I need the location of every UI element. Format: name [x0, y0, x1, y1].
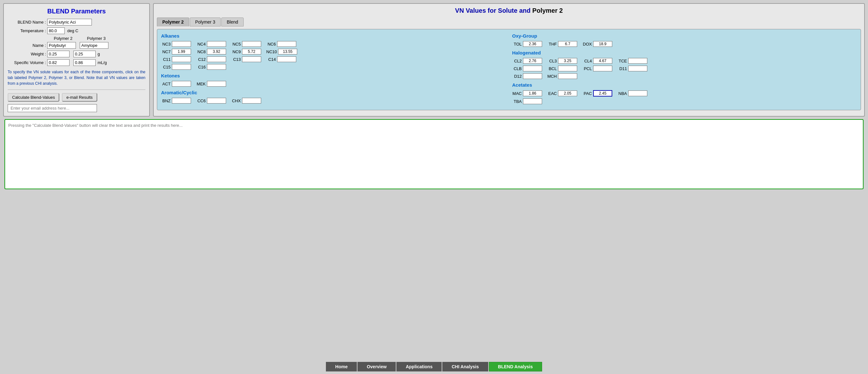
d12-label: D12: [512, 74, 522, 79]
cl4-input[interactable]: [593, 58, 612, 64]
aromatic-row1: BNZ CC6 CHX: [161, 98, 506, 104]
act-input[interactable]: [172, 81, 191, 87]
polymer3-specvol-input[interactable]: [73, 59, 96, 66]
nc7-label: NC7: [161, 49, 170, 54]
mac-input[interactable]: [523, 91, 542, 96]
c15-input[interactable]: [172, 64, 191, 70]
tab-polymer2[interactable]: Polymer 2: [157, 18, 189, 27]
tabs-container: Polymer 2 Polymer 3 Blend: [157, 18, 861, 27]
polymer3-name-input[interactable]: [80, 42, 108, 49]
c13-label: C13: [231, 57, 241, 62]
cl3-input[interactable]: [558, 58, 577, 64]
nc9-label: NC9: [231, 49, 241, 54]
blend-name-label: BLEND Name :: [8, 20, 46, 25]
nc6-input[interactable]: [277, 41, 296, 47]
cl2-input[interactable]: [523, 58, 542, 64]
temperature-input[interactable]: [47, 27, 65, 34]
tab-polymer3[interactable]: Polymer 3: [190, 18, 221, 27]
cc6-input[interactable]: [207, 98, 226, 104]
alkanes-row2: NC7 NC8 NC9 NC10: [161, 49, 506, 55]
clb-label: CLB: [512, 66, 522, 71]
chx-input[interactable]: [242, 98, 261, 104]
mch-input[interactable]: [558, 73, 577, 79]
halo-row1: CL2 CL3 CL4 TCE: [512, 58, 857, 64]
pcl-input[interactable]: [593, 66, 612, 71]
c12-label: C12: [196, 57, 206, 62]
acetates-row1: MAC EAC PAC NBA: [512, 90, 857, 97]
chx-label: CHX: [231, 98, 241, 103]
alkanes-row3: C11 C12 C13 C14: [161, 57, 506, 62]
c11-input[interactable]: [172, 57, 191, 62]
nc5-input[interactable]: [242, 41, 261, 47]
tce-input[interactable]: [628, 58, 647, 64]
d12-input[interactable]: [523, 73, 542, 79]
c14-input[interactable]: [277, 57, 296, 62]
nav-home[interactable]: Home: [326, 362, 357, 371]
nav-chi-analysis[interactable]: CHI Analysis: [442, 362, 488, 371]
nc4-input[interactable]: [207, 41, 226, 47]
polymer2-name-input[interactable]: [47, 42, 76, 49]
pac-label: PAC: [582, 91, 592, 96]
halogenated-title: Halogenated: [512, 50, 857, 56]
c15-label: C15: [161, 65, 170, 69]
mac-label: MAC: [512, 91, 522, 96]
nc10-label: NC10: [266, 49, 277, 54]
weight-unit: g: [98, 52, 100, 57]
eac-input[interactable]: [558, 91, 577, 96]
calculate-button[interactable]: Calculate Blend-Values: [8, 93, 59, 102]
polymer3-weight-input[interactable]: [73, 50, 96, 57]
nc3-input[interactable]: [172, 41, 191, 47]
tol-input[interactable]: [523, 41, 542, 47]
dox-input[interactable]: [593, 41, 612, 47]
email-input[interactable]: [8, 104, 97, 112]
polymer2-specvol-input[interactable]: [47, 59, 69, 66]
nav-overview[interactable]: Overview: [358, 362, 396, 371]
nav-blend-analysis[interactable]: BLEND Analysis: [489, 362, 542, 371]
nav-applications[interactable]: Applications: [396, 362, 442, 371]
c16-label: C16: [196, 65, 206, 69]
nc7-input[interactable]: [172, 49, 191, 55]
bnz-label: BNZ: [161, 98, 170, 103]
oxy-group-title: Oxy-Group: [512, 33, 857, 39]
ketones-title: Ketones: [161, 73, 506, 78]
specific-volume-unit: mL/g: [98, 60, 107, 65]
clb-input[interactable]: [523, 66, 542, 71]
bcl-input[interactable]: [558, 66, 577, 71]
tba-label: TBA: [512, 99, 522, 104]
nc9-input[interactable]: [242, 49, 261, 55]
dox-label: DOX: [582, 42, 592, 46]
c13-input[interactable]: [242, 57, 261, 62]
cl4-label: CL4: [582, 59, 592, 63]
d11-input[interactable]: [628, 66, 647, 71]
nav-bar: Home Overview Applications CHI Analysis …: [0, 359, 868, 374]
nc8-label: NC8: [196, 49, 206, 54]
thf-label: THF: [547, 42, 557, 46]
nc8-input[interactable]: [207, 49, 226, 55]
email-button[interactable]: e-mail Results: [62, 93, 97, 102]
thf-input[interactable]: [558, 41, 577, 47]
nc10-input[interactable]: [278, 49, 297, 55]
right-panel: VN Values for Solute and Polymer 2 Polym…: [153, 3, 865, 116]
c12-input[interactable]: [207, 57, 226, 62]
mek-input[interactable]: [207, 81, 226, 87]
right-panel-title: VN Values for Solute and Polymer 2: [157, 7, 861, 14]
act-label: ACT: [161, 81, 170, 86]
cl2-label: CL2: [512, 59, 522, 63]
weight-label: Weight :: [8, 52, 46, 57]
results-textarea[interactable]: [4, 119, 864, 189]
tce-label: TCE: [617, 59, 627, 63]
nc5-label: NC5: [231, 42, 241, 46]
blend-name-input[interactable]: [47, 19, 92, 26]
alkanes-title: Alkanes: [161, 33, 506, 39]
ketones-row1: ACT MEK: [161, 81, 506, 87]
polymer3-col-header: Polymer 3: [80, 36, 112, 41]
tba-input[interactable]: [523, 98, 542, 104]
c16-input[interactable]: [207, 64, 226, 70]
pac-input[interactable]: [593, 90, 612, 97]
nba-input[interactable]: [628, 91, 647, 96]
bnz-input[interactable]: [172, 98, 191, 104]
tab-blend[interactable]: Blend: [221, 18, 244, 27]
polymer2-weight-input[interactable]: [47, 50, 69, 57]
pcl-label: PCL: [582, 66, 592, 71]
vn-right-section: Oxy-Group TOL THF DOX Halogenated: [512, 33, 857, 106]
